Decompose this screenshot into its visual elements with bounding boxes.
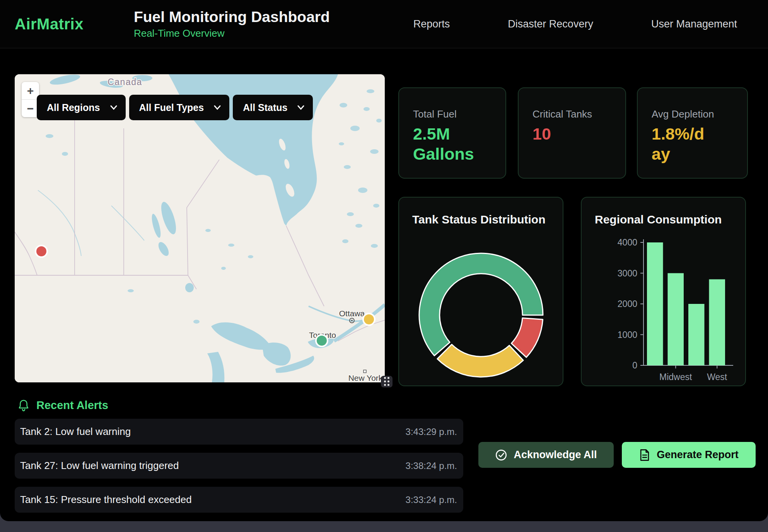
- donut-segment-yellow-warning: [437, 344, 523, 377]
- y-tick-label: 3000: [618, 268, 637, 278]
- regions-dropdown[interactable]: All Regions: [37, 95, 126, 120]
- map-marker-warning[interactable]: [363, 314, 375, 325]
- app-window: AirMatrix Fuel Monitoring Dashboard Real…: [0, 0, 768, 521]
- main-nav: Reports Disaster Recovery User Managemen…: [413, 18, 737, 30]
- map-lake: [185, 283, 194, 292]
- alert-text: Tank 15: Pressure threshold exceeded: [20, 494, 192, 506]
- stat-card-avg-depletion: Avg Depletion 1.8%/day: [637, 87, 748, 179]
- nav-disaster-recovery[interactable]: Disaster Recovery: [508, 18, 593, 30]
- map-marker-critical[interactable]: [36, 246, 47, 257]
- regional-consumption-card: Regional Consumption 01000200030004000Mi…: [581, 197, 746, 386]
- app-logo: AirMatrix: [15, 15, 84, 33]
- stat-label: Critical Tanks: [532, 108, 625, 120]
- map-label-canada: Canada: [108, 77, 142, 87]
- alert-time: 3:43:29 p.m.: [406, 426, 457, 437]
- map-label-new-york: New York: [348, 373, 383, 382]
- stat-value-total-fuel: 2.5M Gallons: [413, 124, 490, 164]
- stat-card-total-fuel: Total Fuel 2.5M Gallons: [398, 87, 506, 179]
- nav-user-management[interactable]: User Management: [651, 18, 737, 30]
- map-marker-normal[interactable]: [316, 335, 328, 346]
- chevron-down-icon: [110, 105, 117, 110]
- stat-label: Avg Depletion: [652, 108, 747, 120]
- screen: AirMatrix Fuel Monitoring Dashboard Real…: [0, 0, 768, 532]
- status-dropdown-label: All Status: [243, 102, 287, 113]
- acknowledge-all-label: Acknowledge All: [514, 449, 597, 461]
- x-tick-label: West: [707, 372, 727, 382]
- alert-text: Tank 27: Low fuel warning triggered: [20, 460, 179, 472]
- regional-consumption-bar-chart: 01000200030004000MidwestWest: [582, 198, 745, 385]
- title-block: Fuel Monitoring Dashboard Real-Time Over…: [134, 9, 330, 39]
- y-tick-label: 1000: [618, 330, 637, 340]
- alerts-title: Recent Alerts: [36, 399, 108, 412]
- alert-time: 3:38:24 p.m.: [406, 460, 457, 471]
- acknowledge-all-button[interactable]: Acknowledge All: [478, 442, 614, 468]
- alert-row[interactable]: Tank 27: Low fuel warning triggered 3:38…: [15, 453, 463, 479]
- page-title: Fuel Monitoring Dashboard: [134, 9, 330, 26]
- stat-value-critical-tanks: 10: [532, 124, 625, 144]
- bar-region-3: [688, 304, 705, 365]
- regions-dropdown-label: All Regions: [47, 102, 100, 113]
- map-filters: All Regions All Fuel Types All Status: [37, 95, 313, 120]
- stat-label: Total Fuel: [413, 108, 505, 120]
- map-drag-handle[interactable]: [381, 376, 393, 387]
- stat-value-avg-depletion: 1.8%/day: [652, 124, 712, 164]
- tank-status-donut-chart: [399, 231, 563, 385]
- y-tick-label: 0: [632, 360, 637, 370]
- y-tick-label: 4000: [618, 237, 637, 247]
- check-circle-icon: [495, 449, 507, 461]
- bar-region-1: [647, 242, 663, 365]
- alert-row[interactable]: Tank 2: Low fuel warning 3:43:29 p.m.: [15, 419, 463, 445]
- new-york-town-icon: [364, 370, 366, 373]
- tank-status-title: Tank Status Distribution: [412, 213, 563, 226]
- chevron-down-icon: [214, 105, 221, 110]
- donut-segment-red-critical: [511, 318, 543, 357]
- alert-row[interactable]: Tank 15: Pressure threshold exceeded 3:3…: [15, 487, 463, 513]
- map-canvas[interactable]: Canada Ottawa Toronto New York: [15, 74, 385, 382]
- fuel-types-dropdown[interactable]: All Fuel Types: [129, 95, 230, 120]
- alerts-header: Recent Alerts: [18, 399, 108, 412]
- bell-icon: [18, 399, 29, 412]
- y-tick-label: 2000: [618, 299, 637, 309]
- alert-text: Tank 2: Low fuel warning: [20, 426, 131, 438]
- chevron-down-icon: [297, 105, 304, 110]
- header: AirMatrix Fuel Monitoring Dashboard Real…: [0, 0, 768, 48]
- document-icon: [639, 449, 650, 461]
- status-dropdown[interactable]: All Status: [233, 95, 313, 120]
- generate-report-button[interactable]: Generate Report: [622, 442, 756, 468]
- alert-time: 3:33:24 p.m.: [406, 494, 457, 505]
- map-panel[interactable]: Canada Ottawa Toronto New York + − All R…: [15, 74, 385, 382]
- nav-reports[interactable]: Reports: [413, 18, 450, 30]
- tank-status-card: Tank Status Distribution: [398, 197, 563, 386]
- bar-region-4: [709, 279, 725, 365]
- generate-report-label: Generate Report: [657, 449, 739, 461]
- bar-region-2: [668, 273, 684, 366]
- map-label-ottawa: Ottawa: [339, 309, 365, 318]
- stat-card-critical-tanks: Critical Tanks 10: [518, 87, 626, 179]
- page-subtitle: Real-Time Overview: [134, 27, 330, 39]
- fuel-types-dropdown-label: All Fuel Types: [139, 102, 204, 113]
- x-tick-label: Midwest: [659, 372, 692, 382]
